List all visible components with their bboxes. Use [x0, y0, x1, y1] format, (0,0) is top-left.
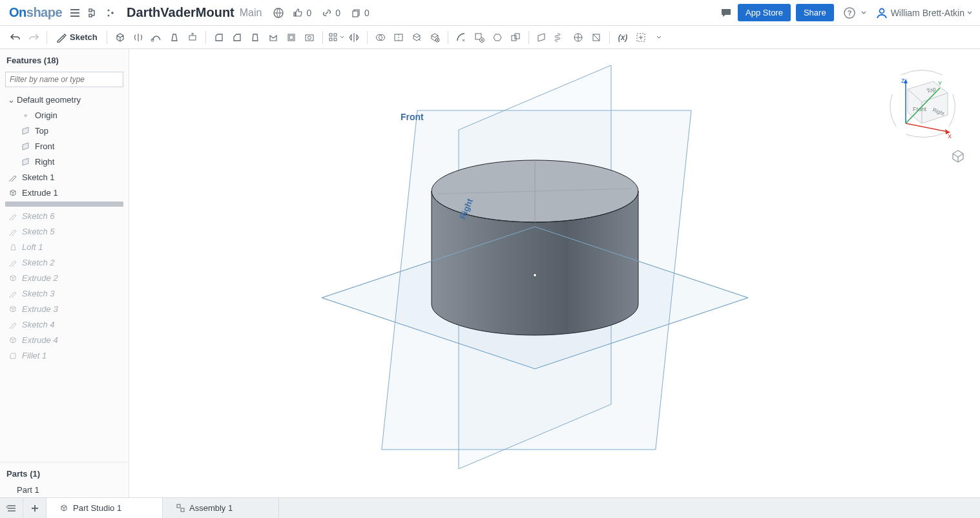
replace-face-tool[interactable] — [506, 28, 525, 47]
mirror-tool[interactable] — [345, 28, 363, 47]
loft-icon — [8, 242, 18, 252]
app-store-button[interactable]: App Store — [738, 4, 791, 21]
origin-label: Origin — [35, 110, 57, 120]
onshape-logo[interactable]: Onshape — [5, 5, 66, 20]
fillet-icon — [8, 350, 18, 360]
sketch-icon — [8, 257, 18, 267]
feature-sketch-4[interactable]: Sketch 4 — [0, 316, 129, 332]
svg-point-12 — [308, 36, 311, 39]
feature-label: Sketch 2 — [22, 258, 55, 267]
feature-extrude-4[interactable]: Extrude 4 — [0, 332, 129, 347]
insert-icon[interactable] — [103, 5, 119, 21]
feature-loft-1[interactable]: Loft 1 — [0, 239, 129, 254]
tab-part-studio-1[interactable]: Part Studio 1 — [47, 498, 163, 518]
links-stat[interactable]: 0 — [322, 8, 340, 18]
helix-tool[interactable] — [551, 28, 569, 47]
fillet-tool[interactable] — [210, 28, 228, 47]
mate-connector-tool[interactable] — [569, 28, 587, 47]
feature-sketch-3[interactable]: Sketch 3 — [0, 285, 129, 301]
delete-part-tool[interactable] — [426, 28, 444, 47]
feature-sketch-5[interactable]: Sketch 5 — [0, 223, 129, 239]
top-plane-item[interactable]: Top — [0, 123, 129, 138]
boolean-tool[interactable] — [371, 28, 390, 47]
tab-label: Part Studio 1 — [73, 503, 121, 513]
view-cube[interactable]: Top Front Right Z X Y — [883, 62, 961, 140]
svg-rect-11 — [306, 35, 313, 41]
hamburger-icon[interactable] — [67, 5, 83, 21]
feature-sketch-1[interactable]: Sketch 1 — [0, 169, 129, 185]
svg-line-47 — [906, 123, 948, 132]
document-branch[interactable]: Main — [240, 7, 262, 19]
user-menu[interactable]: William Brett-Atkin — [873, 6, 975, 19]
part-1-item[interactable]: Part 1 — [0, 482, 129, 497]
feature-filter-input[interactable] — [5, 72, 123, 87]
tab-bar: Part Studio 1 Assembly 1 — [0, 497, 980, 518]
shell-tool[interactable] — [282, 28, 300, 47]
svg-rect-8 — [189, 36, 196, 40]
feature-tree-panel: Features (18) ⌄Default geometry ◦Origin … — [0, 49, 129, 497]
undo-button[interactable] — [6, 28, 25, 47]
feature-label: Sketch 1 — [22, 172, 55, 182]
extrude-tool[interactable] — [111, 28, 129, 47]
globe-icon[interactable] — [271, 5, 286, 21]
share-button[interactable]: Share — [796, 4, 834, 21]
feature-sketch-2[interactable]: Sketch 2 — [0, 254, 129, 270]
extrude-icon — [8, 187, 18, 198]
svg-rect-16 — [334, 38, 337, 41]
tab-manager-button[interactable] — [0, 498, 23, 518]
comments-icon[interactable] — [718, 5, 734, 21]
copies-count: 0 — [364, 8, 370, 18]
parts-heading: Parts (1) — [0, 462, 129, 482]
sketch-icon — [8, 288, 18, 298]
loft-tool[interactable] — [165, 28, 183, 47]
tab-assembly-1[interactable]: Assembly 1 — [163, 498, 279, 518]
draft-tool[interactable] — [246, 28, 264, 47]
rollback-bar[interactable] — [5, 202, 123, 207]
section-view-tool[interactable] — [587, 28, 605, 47]
origin-item[interactable]: ◦Origin — [0, 107, 129, 123]
plane-icon — [21, 156, 31, 167]
pattern-tool[interactable] — [327, 28, 345, 47]
plane-tool[interactable] — [533, 28, 551, 47]
svg-point-6 — [879, 8, 884, 13]
sweep-tool[interactable] — [147, 28, 165, 47]
feature-fillet-1[interactable]: Fillet 1 — [0, 347, 129, 363]
likes-stat[interactable]: 0 — [293, 8, 311, 18]
feature-extrude-1[interactable]: Extrude 1 — [0, 185, 129, 200]
right-plane-item[interactable]: Right — [0, 154, 129, 169]
transform-tool[interactable] — [408, 28, 426, 47]
isometric-view-button[interactable] — [948, 146, 968, 167]
sketch-icon — [8, 211, 18, 221]
split-tool[interactable] — [390, 28, 408, 47]
help-menu[interactable]: ? — [840, 6, 869, 19]
custom-feature-tool[interactable] — [632, 28, 650, 47]
svg-rect-10 — [289, 36, 293, 39]
revolve-tool[interactable] — [129, 28, 147, 47]
thicken-tool[interactable] — [183, 28, 202, 47]
front-plane-item[interactable]: Front — [0, 138, 129, 154]
redo-button[interactable] — [25, 28, 43, 47]
feature-extrude-3[interactable]: Extrude 3 — [0, 301, 129, 316]
delete-face-tool[interactable] — [470, 28, 488, 47]
svg-rect-23 — [512, 36, 516, 41]
feature-extrude-2[interactable]: Extrude 2 — [0, 270, 129, 285]
svg-rect-15 — [329, 38, 332, 41]
add-tab-button[interactable] — [23, 498, 47, 518]
feature-label: Sketch 5 — [22, 227, 55, 236]
sketch-button[interactable]: Sketch — [51, 32, 103, 43]
chamfer-tool[interactable] — [228, 28, 246, 47]
extrude-icon — [8, 273, 18, 283]
search-tools[interactable] — [650, 28, 668, 47]
rib-tool[interactable] — [264, 28, 282, 47]
move-face-tool[interactable] — [488, 28, 506, 47]
graphics-canvas[interactable]: Front Right Top Front Right Z X — [129, 49, 980, 497]
feature-sketch-6[interactable]: Sketch 6 — [0, 208, 129, 223]
modify-fillet-tool[interactable] — [452, 28, 470, 47]
copies-stat[interactable]: 0 — [351, 8, 370, 18]
document-title[interactable]: DarthVaderMount — [127, 5, 235, 20]
top-label: Top — [35, 126, 48, 136]
hole-tool[interactable] — [300, 28, 318, 47]
variable-tool[interactable]: (x) — [614, 28, 632, 47]
tree-icon[interactable] — [85, 5, 101, 21]
default-geometry-folder[interactable]: ⌄Default geometry — [0, 92, 129, 107]
